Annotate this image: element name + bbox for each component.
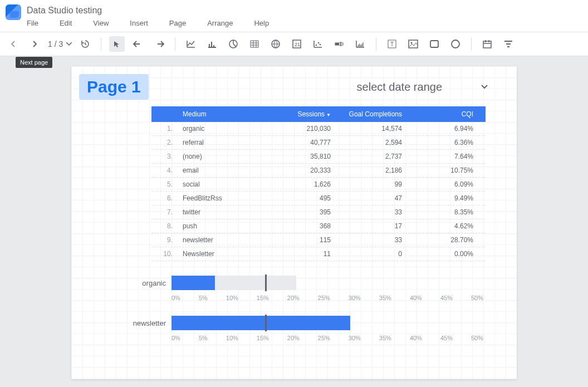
cell-medium: email (183, 166, 272, 174)
prev-page-button[interactable] (6, 36, 21, 52)
axis-tick: 10% (226, 295, 238, 301)
menu-view[interactable]: View (93, 19, 109, 27)
cell-cqi: 9.49% (414, 194, 486, 202)
table-row[interactable]: 6.FeedBlitzRss495479.49% (151, 192, 486, 205)
table-row[interactable]: 4.email20,3332,18610.75% (151, 164, 486, 178)
menu-page[interactable]: Page (169, 19, 186, 27)
table-row[interactable]: 10.Newsletter1100.00% (151, 247, 486, 261)
svg-point-15 (452, 40, 459, 48)
table-chart-icon[interactable] (247, 36, 262, 52)
scorecard-icon[interactable]: 21 (289, 36, 305, 52)
axis-tick: 15% (257, 335, 269, 341)
cell-sessions: 11 (272, 250, 343, 258)
app-logo[interactable] (6, 4, 21, 20)
axis-tick: 10% (226, 335, 238, 341)
filter-icon[interactable] (501, 36, 516, 52)
table-row[interactable]: 8.push368174.62% (151, 219, 486, 233)
svg-text:21: 21 (295, 42, 300, 47)
rectangle-icon[interactable] (427, 36, 442, 52)
cell-medium: organic (183, 125, 272, 133)
table-row[interactable]: 5.social1,626996.09% (151, 178, 486, 192)
svg-point-7 (320, 44, 321, 46)
cell-goals: 14,574 (343, 125, 414, 133)
sort-desc-icon: ▼ (326, 112, 331, 117)
table-row[interactable]: 2.referral40,7772,5946.36% (151, 136, 486, 150)
axis-tick: 40% (410, 295, 422, 301)
globe-icon[interactable] (268, 36, 283, 52)
bullet-chart[interactable]: newsletter0%5%10%15%20%25%30%35%40%45%50… (133, 315, 491, 341)
axis-tick: 25% (318, 295, 330, 301)
cell-goals: 99 (343, 180, 414, 188)
menu-edit[interactable]: Edit (60, 19, 72, 27)
cell-sessions: 495 (272, 194, 343, 202)
header-sessions[interactable]: Sessions▼ (272, 110, 343, 118)
cell-medium: Newsletter (183, 250, 272, 258)
table-header: Medium Sessions▼ Goal Completions CQI (151, 106, 486, 122)
text-icon[interactable]: T (384, 36, 400, 52)
header-cqi[interactable]: CQI (414, 110, 486, 118)
cell-sessions: 115 (272, 236, 343, 244)
cell-cqi: 28.70% (414, 236, 486, 244)
date-range-selector[interactable]: select date range (357, 81, 491, 94)
history-icon[interactable] (77, 36, 93, 52)
header-goals[interactable]: Goal Completions (343, 110, 414, 118)
chart-bar (171, 316, 350, 330)
menu-help[interactable]: Help (254, 19, 269, 27)
axis-tick: 50% (471, 335, 483, 341)
data-table[interactable]: Medium Sessions▼ Goal Completions CQI 1.… (151, 106, 486, 261)
cell-cqi: 4.62% (414, 222, 486, 230)
circle-icon[interactable] (448, 36, 463, 52)
table-row[interactable]: 3.(none)35,8102,7377.64% (151, 150, 486, 164)
axis-tick: 0% (171, 335, 180, 341)
cell-goals: 2,594 (343, 139, 414, 146)
cell-medium: newsletter (183, 236, 272, 244)
cell-sessions: 210,030 (272, 125, 343, 133)
table-row[interactable]: 9.newsletter1153328.70% (151, 233, 486, 247)
canvas[interactable]: Page 1 select date range Medium Sessions… (0, 56, 588, 387)
svg-rect-16 (483, 41, 491, 48)
axis-tick: 15% (257, 295, 269, 301)
table-row[interactable]: 1.organic210,03014,5746.94% (151, 122, 486, 136)
page-indicator[interactable]: 1 / 3 (48, 40, 72, 48)
svg-rect-1 (251, 41, 258, 47)
cell-medium: social (183, 180, 272, 188)
svg-rect-14 (430, 41, 438, 47)
bullet-chart[interactable]: organic0%5%10%15%20%25%30%35%40%45%50% (133, 275, 491, 301)
image-icon[interactable] (405, 36, 421, 52)
date-range-icon[interactable] (479, 36, 495, 52)
axis-tick: 30% (349, 335, 361, 341)
pie-chart-icon[interactable] (226, 36, 241, 52)
svg-point-13 (411, 42, 413, 44)
document-title[interactable]: Data Studio testing (27, 4, 269, 18)
row-index: 1. (151, 125, 183, 133)
bullet-chart-icon[interactable] (331, 36, 347, 52)
page-title: Page 1 (79, 74, 149, 100)
line-chart-icon[interactable] (183, 36, 199, 52)
row-index: 3. (151, 153, 183, 160)
chart-track (171, 316, 483, 330)
row-index: 10. (151, 250, 183, 258)
select-tool-icon[interactable] (109, 36, 125, 52)
svg-rect-9 (335, 43, 339, 45)
menu-file[interactable]: File (27, 19, 38, 27)
undo-icon[interactable] (130, 36, 146, 52)
cell-sessions: 35,810 (272, 153, 343, 160)
menubar: File Edit View Insert Page Arrange Help (27, 18, 269, 28)
redo-icon[interactable] (151, 36, 167, 52)
bar-chart-icon[interactable] (204, 36, 220, 52)
row-index: 6. (151, 194, 183, 202)
axis-tick: 50% (471, 295, 483, 301)
row-index: 8. (151, 222, 183, 230)
cell-medium: (none) (183, 153, 272, 160)
header-medium[interactable]: Medium (183, 110, 272, 118)
next-page-button[interactable] (27, 36, 42, 52)
area-chart-icon[interactable] (352, 36, 368, 52)
table-row[interactable]: 7.twitter395338.35% (151, 205, 486, 219)
report-page[interactable]: Page 1 select date range Medium Sessions… (71, 66, 517, 379)
row-index: 9. (151, 236, 183, 244)
row-index: 2. (151, 139, 183, 146)
cell-sessions: 20,333 (272, 166, 343, 174)
menu-arrange[interactable]: Arrange (207, 19, 233, 27)
menu-insert[interactable]: Insert (130, 19, 148, 27)
scatter-chart-icon[interactable] (310, 36, 326, 52)
